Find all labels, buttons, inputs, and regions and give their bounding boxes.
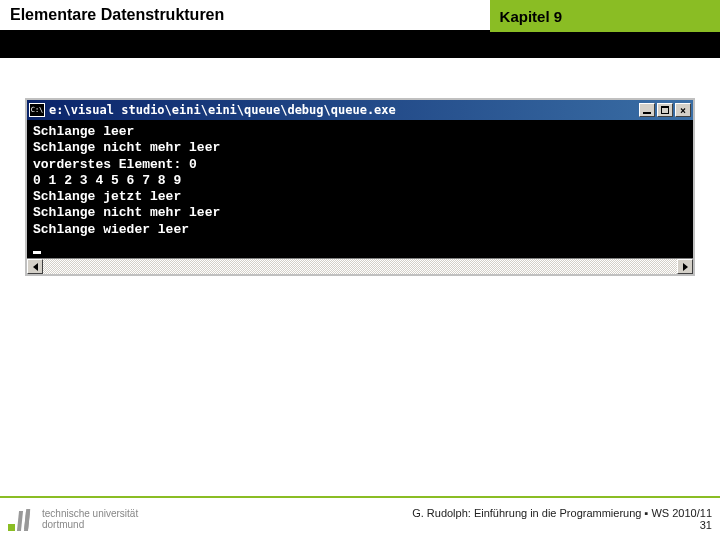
maximize-button[interactable] xyxy=(657,103,673,117)
window-controls: × xyxy=(639,103,691,117)
cursor-icon xyxy=(33,251,41,254)
slide-title: Elementare Datenstrukturen xyxy=(0,0,490,32)
credit-line: G. Rudolph: Einführung in die Programmie… xyxy=(412,507,712,519)
scroll-track[interactable] xyxy=(43,259,677,274)
minimize-button[interactable] xyxy=(639,103,655,117)
console-output: Schlange leer Schlange nicht mehr leer v… xyxy=(27,120,693,258)
close-button[interactable]: × xyxy=(675,103,691,117)
scroll-right-button[interactable] xyxy=(677,259,693,274)
arrow-left-icon xyxy=(33,263,38,271)
window-title: e:\visual studio\eini\eini\queue\debug\q… xyxy=(49,103,639,117)
console-icon: C:\ xyxy=(29,103,45,117)
slide-content: C:\ e:\visual studio\eini\eini\queue\deb… xyxy=(0,58,720,276)
university-logo: technische universität dortmund xyxy=(8,507,138,531)
slide-header: Elementare Datenstrukturen Kapitel 9 xyxy=(0,0,720,32)
titlebar: C:\ e:\visual studio\eini\eini\queue\deb… xyxy=(27,100,693,120)
university-name: technische universität dortmund xyxy=(42,508,138,530)
scroll-left-button[interactable] xyxy=(27,259,43,274)
arrow-right-icon xyxy=(683,263,688,271)
tu-logo-icon xyxy=(8,507,36,531)
footer-credits: G. Rudolph: Einführung in die Programmie… xyxy=(412,507,712,531)
horizontal-scrollbar[interactable] xyxy=(27,258,693,274)
header-divider xyxy=(0,32,720,58)
page-number: 31 xyxy=(412,519,712,531)
slide-footer: technische universität dortmund G. Rudol… xyxy=(0,496,720,540)
chapter-label: Kapitel 9 xyxy=(490,0,720,32)
console-window: C:\ e:\visual studio\eini\eini\queue\deb… xyxy=(25,98,695,276)
